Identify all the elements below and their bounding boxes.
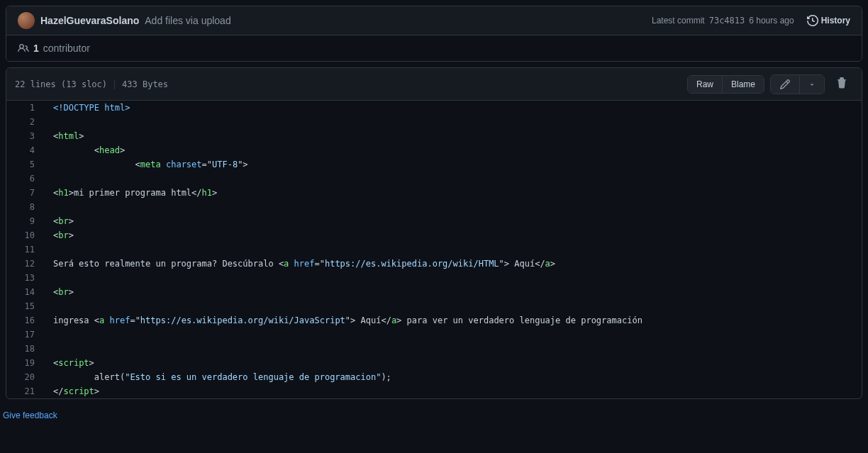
- code-line: 1<!DOCTYPE html>: [6, 101, 862, 115]
- file-box: 22 lines (13 sloc) 433 Bytes Raw Blame: [6, 67, 862, 399]
- line-content: [42, 328, 862, 342]
- code-line: 18: [6, 342, 862, 356]
- line-number[interactable]: 17: [6, 328, 42, 342]
- code-line: 20 alert("Esto si es un verdadero lengua…: [6, 370, 862, 384]
- code-line: 6: [6, 172, 862, 186]
- line-content: [42, 271, 862, 285]
- code-line: 7<h1>mi primer programa html</h1>: [6, 186, 862, 200]
- line-content: <h1>mi primer programa html</h1>: [42, 186, 862, 200]
- commit-time[interactable]: 6 hours ago: [749, 16, 794, 26]
- commit-box: HazelGuevaraSolano Add files via upload …: [6, 6, 862, 62]
- code-line: 2: [6, 115, 862, 129]
- code-line: 11: [6, 242, 862, 257]
- line-content: <br>: [42, 228, 862, 242]
- contributors-bar: 1 contributor: [6, 35, 862, 61]
- line-content: [42, 242, 862, 257]
- line-number[interactable]: 4: [6, 143, 42, 157]
- line-content: <br>: [42, 285, 862, 299]
- code-line: 16ingresa <a href="https://es.wikipedia.…: [6, 313, 862, 328]
- code-line: 19<script>: [6, 356, 862, 370]
- raw-button[interactable]: Raw: [688, 76, 723, 93]
- view-group: Raw Blame: [687, 75, 764, 94]
- people-icon: [18, 43, 29, 54]
- file-size: 433 Bytes: [122, 79, 168, 89]
- edit-dropdown-button[interactable]: [800, 75, 824, 94]
- line-content: Será esto realmente un programa? Descúbr…: [42, 257, 862, 271]
- line-content: ingresa <a href="https://es.wikipedia.or…: [42, 313, 862, 328]
- line-number[interactable]: 9: [6, 214, 42, 228]
- pencil-icon: [779, 79, 791, 90]
- code-table: 1<!DOCTYPE html>23<html>4 <head>5 <meta …: [6, 101, 862, 398]
- line-number[interactable]: 11: [6, 242, 42, 257]
- line-number[interactable]: 18: [6, 342, 42, 356]
- code-line: 12Será esto realmente un programa? Descú…: [6, 257, 862, 271]
- line-content: [42, 172, 862, 186]
- commit-sha[interactable]: 73c4813: [709, 16, 745, 26]
- line-number[interactable]: 3: [6, 129, 42, 143]
- code-line: 13: [6, 271, 862, 285]
- line-number[interactable]: 20: [6, 370, 42, 384]
- contributor-count: 1: [33, 43, 39, 54]
- line-content: <html>: [42, 129, 862, 143]
- triangle-down-icon: [808, 81, 816, 88]
- code-line: 5 <meta charset="UTF-8">: [6, 157, 862, 172]
- line-number[interactable]: 1: [6, 101, 42, 115]
- line-number[interactable]: 16: [6, 313, 42, 328]
- edit-group: [770, 74, 825, 94]
- history-label: History: [821, 16, 850, 26]
- code-line: 17: [6, 328, 862, 342]
- line-content: alert("Esto si es un verdadero lenguaje …: [42, 370, 862, 384]
- commit-right: Latest commit 73c4813 6 hours ago Histor…: [652, 15, 850, 26]
- code-line: 15: [6, 299, 862, 313]
- delete-button[interactable]: [830, 74, 853, 94]
- blame-button[interactable]: Blame: [723, 76, 764, 93]
- line-number[interactable]: 13: [6, 271, 42, 285]
- author-link[interactable]: HazelGuevaraSolano: [40, 15, 139, 26]
- trash-icon: [836, 77, 847, 89]
- latest-commit-label: Latest commit: [652, 16, 705, 26]
- line-number[interactable]: 15: [6, 299, 42, 313]
- line-content: <!DOCTYPE html>: [42, 101, 862, 115]
- commit-left: HazelGuevaraSolano Add files via upload: [18, 12, 231, 29]
- edit-button[interactable]: [771, 75, 800, 94]
- history-link[interactable]: History: [807, 15, 850, 26]
- code-line: 4 <head>: [6, 143, 862, 157]
- line-number[interactable]: 6: [6, 172, 42, 186]
- commit-message[interactable]: Add files via upload: [145, 15, 230, 26]
- line-number[interactable]: 10: [6, 228, 42, 242]
- code-line: 8: [6, 200, 862, 214]
- line-content: <br>: [42, 214, 862, 228]
- file-header: 22 lines (13 sloc) 433 Bytes Raw Blame: [6, 68, 862, 101]
- file-stats: 22 lines (13 sloc) 433 Bytes: [15, 79, 168, 89]
- line-content: </script>: [42, 384, 862, 398]
- stats-separator: [114, 79, 115, 89]
- code-line: 9<br>: [6, 214, 862, 228]
- feedback-link[interactable]: Give feedback: [0, 405, 60, 426]
- line-number[interactable]: 21: [6, 384, 42, 398]
- contributor-label: contributor: [43, 43, 90, 54]
- line-number[interactable]: 7: [6, 186, 42, 200]
- line-content: [42, 115, 862, 129]
- line-content: [42, 342, 862, 356]
- line-count: 22 lines (13 sloc): [15, 79, 107, 89]
- line-number[interactable]: 2: [6, 115, 42, 129]
- line-content: <script>: [42, 356, 862, 370]
- line-content: [42, 200, 862, 214]
- line-content: [42, 299, 862, 313]
- code-line: 3<html>: [6, 129, 862, 143]
- commit-bar: HazelGuevaraSolano Add files via upload …: [6, 6, 862, 35]
- line-number[interactable]: 14: [6, 285, 42, 299]
- line-number[interactable]: 19: [6, 356, 42, 370]
- code-line: 21</script>: [6, 384, 862, 398]
- history-icon: [807, 15, 818, 26]
- line-number[interactable]: 5: [6, 157, 42, 172]
- code-line: 10<br>: [6, 228, 862, 242]
- line-number[interactable]: 12: [6, 257, 42, 271]
- line-content: <head>: [42, 143, 862, 157]
- file-actions: Raw Blame: [687, 74, 853, 94]
- line-number[interactable]: 8: [6, 200, 42, 214]
- line-content: <meta charset="UTF-8">: [42, 157, 862, 172]
- author-avatar[interactable]: [18, 12, 35, 29]
- code-line: 14<br>: [6, 285, 862, 299]
